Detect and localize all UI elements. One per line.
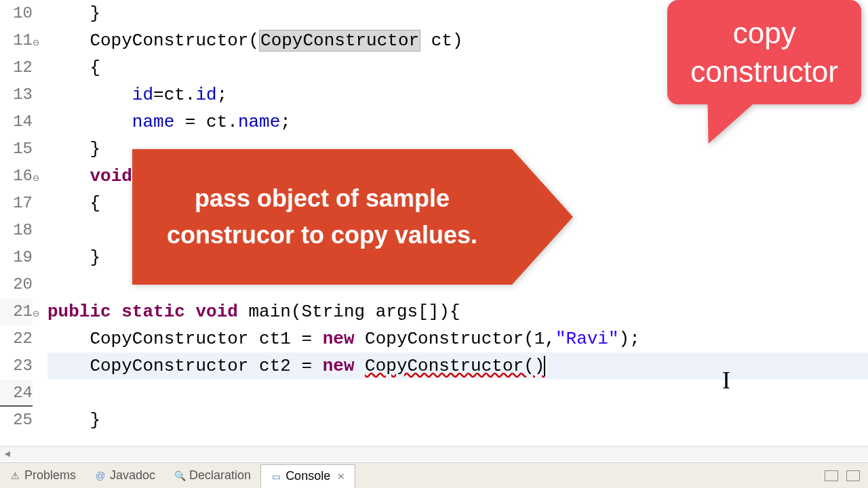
code-line: public static void main(String args[]){ <box>47 298 868 325</box>
annotation-bubble: copy constructor <box>667 0 861 104</box>
annotation-arrow: pass object of sample construcor to copy… <box>132 146 593 288</box>
bottom-panel-tabs: ⚠ Problems @ Javadoc 🔍 Declaration ▭ Con… <box>0 462 868 488</box>
line-number: 10 <box>0 0 33 27</box>
javadoc-icon: @ <box>95 470 106 481</box>
line-number: 16⊖ <box>0 163 33 190</box>
declaration-icon: 🔍 <box>174 470 185 481</box>
problems-icon: ⚠ <box>9 470 20 481</box>
tab-label: Javadoc <box>110 468 155 483</box>
line-number: 14 <box>0 108 33 136</box>
line-number: 11⊖ <box>0 27 33 54</box>
line-number: 21⊖ <box>0 298 33 325</box>
annotation-arrow-text: pass object of sample construcor to copy… <box>132 149 512 285</box>
close-icon[interactable]: ✕ <box>337 471 345 482</box>
line-number: 15 <box>0 136 33 163</box>
maximize-icon[interactable] <box>846 470 860 481</box>
code-line <box>47 380 868 407</box>
code-line-active: CopyConstructor ct2 = new CopyConstructo… <box>47 352 868 380</box>
console-icon: ▭ <box>271 471 281 482</box>
line-number: 18 <box>0 217 33 244</box>
tab-problems[interactable]: ⚠ Problems <box>0 464 85 487</box>
line-gutter: 10 11⊖ 12 13 14 15 16⊖ 17 18 19 20 21⊖ 2… <box>0 0 35 454</box>
arrow-head-icon <box>512 149 573 285</box>
tab-label: Problems <box>24 468 76 483</box>
minimize-icon[interactable] <box>825 470 838 481</box>
annotation-bubble-line: copy <box>733 16 796 49</box>
line-number: 22 <box>0 325 33 352</box>
line-number: 13 <box>0 81 33 108</box>
line-number: 20 <box>0 271 33 298</box>
ibeam-cursor-icon: I <box>722 366 730 394</box>
code-line: CopyConstructor ct1 = new CopyConstructo… <box>47 325 868 352</box>
code-line: } <box>47 407 868 434</box>
line-number: 23 <box>0 352 33 380</box>
line-number: 19 <box>0 244 33 271</box>
line-number: 24 <box>0 380 33 407</box>
text-caret <box>544 356 545 376</box>
tab-label: Console <box>285 469 330 483</box>
annotation-bubble-line: constructor <box>690 55 838 88</box>
line-number: 12 <box>0 54 33 81</box>
horizontal-scrollbar[interactable]: ◄ <box>0 446 868 461</box>
tab-javadoc[interactable]: @ Javadoc <box>85 464 165 487</box>
line-number: 25 <box>0 407 33 434</box>
scroll-left-icon[interactable]: ◄ <box>0 447 15 462</box>
tab-console[interactable]: ▭ Console ✕ <box>260 464 355 488</box>
tab-label: Declaration <box>189 468 251 483</box>
line-number: 17 <box>0 190 33 217</box>
tab-declaration[interactable]: 🔍 Declaration <box>165 464 260 487</box>
panel-toolbar <box>825 470 868 481</box>
